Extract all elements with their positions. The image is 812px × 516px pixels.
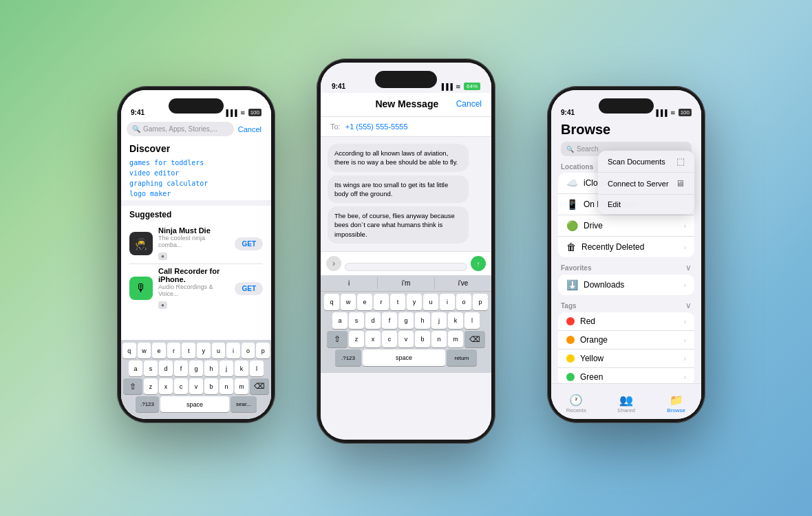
key-o[interactable]: o [242,343,255,358]
tag-yellow[interactable]: Yellow › [558,350,694,368]
tab-recents[interactable]: 🕐 Recents [551,388,601,419]
left-keyboard[interactable]: q w e r t y u i o p a s d f g [121,340,271,419]
key-c[interactable]: c [174,378,188,394]
key-numbers-left[interactable]: .?123 [136,396,159,412]
key-shift-left[interactable]: ⇧ [123,378,142,394]
key-v[interactable]: v [189,378,203,394]
autocomplete-3[interactable]: i've [435,277,491,289]
tags-collapse-icon[interactable]: ∨ [685,301,692,310]
key-t[interactable]: t [182,343,195,358]
ckey-g[interactable]: g [398,312,414,329]
app-name-1: Ninja Must Die [158,226,229,235]
autocomplete-2[interactable]: i'm [378,277,435,289]
context-connect-server[interactable]: Connect to Server 🖥 [598,173,694,195]
suggestion-1[interactable]: games for toddlers [129,158,263,168]
ckey-b[interactable]: b [415,331,430,347]
key-m[interactable]: m [235,378,248,394]
ckey-x[interactable]: x [365,331,381,347]
ckey-numbers[interactable]: .?123 [335,350,361,366]
ckey-k[interactable]: k [448,312,463,329]
ckey-e[interactable]: e [357,294,372,310]
ckey-u[interactable]: u [423,294,438,310]
app-item-2[interactable]: 🎙 Call Recorder for iPhone. Audio Record… [129,264,263,312]
right-phone-content: 9:41 ▐▐▐ ≋ 100 Browse 🔍 Search Scan Docu… [551,90,701,419]
scan-documents-label: Scan Documents [608,158,665,166]
tag-red[interactable]: Red › [558,312,694,331]
context-edit[interactable]: Edit [598,195,694,214]
left-cancel-button[interactable]: Cancel [234,125,266,133]
to-field[interactable]: To: +1 (555) 555-5555 [321,117,491,137]
key-l[interactable]: l [250,361,264,376]
ckey-p[interactable]: p [473,294,488,310]
key-y[interactable]: y [197,343,211,358]
ckey-w[interactable]: w [341,294,356,310]
ckey-o[interactable]: o [456,294,471,310]
key-p[interactable]: p [256,343,270,358]
key-delete-left[interactable]: ⌫ [250,378,269,394]
key-i[interactable]: i [226,343,240,358]
ckey-l[interactable]: l [464,312,480,329]
favorite-downloads[interactable]: ⬇️ Downloads › [558,275,694,295]
context-scan-documents[interactable]: Scan Documents ⬚ [598,151,694,173]
tag-orange-chevron: › [684,336,686,344]
ckey-q[interactable]: q [324,294,339,310]
ckey-n[interactable]: n [431,331,447,347]
key-u[interactable]: u [212,343,226,358]
ckey-s[interactable]: s [349,312,364,329]
key-q[interactable]: q [122,343,136,358]
key-g[interactable]: g [189,361,203,376]
ckey-r[interactable]: r [374,294,389,310]
autocomplete-1[interactable]: i [321,277,378,289]
ckey-y[interactable]: y [407,294,422,310]
key-e[interactable]: e [152,343,166,358]
key-j[interactable]: j [220,361,233,376]
key-b[interactable]: b [204,378,218,394]
key-h[interactable]: h [204,361,218,376]
ckey-shift[interactable]: ⇧ [327,331,348,347]
key-s[interactable]: s [144,361,158,376]
ckey-z[interactable]: z [349,331,364,347]
ckey-f[interactable]: f [382,312,397,329]
ckey-t[interactable]: t [390,294,405,310]
ckey-a[interactable]: a [332,312,348,329]
key-r[interactable]: r [167,343,181,358]
key-n[interactable]: n [220,378,233,394]
suggestion-2[interactable]: video editor [129,168,263,178]
key-x[interactable]: x [159,378,173,394]
app-get-button-2[interactable]: GET [235,282,263,295]
tab-browse[interactable]: 📁 Browse [651,388,701,419]
key-search-left[interactable]: sear... [231,396,257,412]
location-drive[interactable]: 🟢 Drive › [558,215,694,237]
send-button[interactable]: ↑ [471,256,486,271]
expand-button[interactable]: › [326,256,341,271]
message-cancel-button[interactable]: Cancel [456,99,482,109]
location-recently-deleted[interactable]: 🗑 Recently Deleted › [558,237,694,257]
ckey-space[interactable]: space [363,350,445,366]
left-search-bar[interactable]: 🔍 Games, Apps, Stories,... [127,122,234,136]
suggestion-4[interactable]: logo maker [129,189,263,199]
message-input-field[interactable] [345,263,467,271]
key-d[interactable]: d [159,361,173,376]
ckey-d[interactable]: d [365,312,381,329]
key-space-left[interactable]: space [160,396,229,412]
favorites-collapse-icon[interactable]: ∨ [685,263,692,272]
key-k[interactable]: k [235,361,248,376]
app-item-1[interactable]: 🥷 Ninja Must Die The coolest ninja comba… [129,224,263,264]
ckey-delete[interactable]: ⌫ [464,331,485,347]
ckey-h[interactable]: h [415,312,430,329]
center-keyboard[interactable]: q w e r t y u i o p a s d f g [321,292,491,373]
key-f[interactable]: f [174,361,188,376]
tag-orange[interactable]: Orange › [558,331,694,350]
ckey-j[interactable]: j [431,312,447,329]
tab-shared[interactable]: 👥 Shared [601,388,652,419]
key-a[interactable]: a [129,361,142,376]
ckey-return[interactable]: return [447,350,477,366]
suggestion-3[interactable]: graphing calculator [129,178,263,189]
key-z[interactable]: z [144,378,158,394]
ckey-v[interactable]: v [398,331,414,347]
ckey-c[interactable]: c [382,331,397,347]
ckey-i[interactable]: i [440,294,455,310]
app-get-button-1[interactable]: GET [235,237,263,250]
key-w[interactable]: w [138,343,151,358]
ckey-m[interactable]: m [448,331,463,347]
